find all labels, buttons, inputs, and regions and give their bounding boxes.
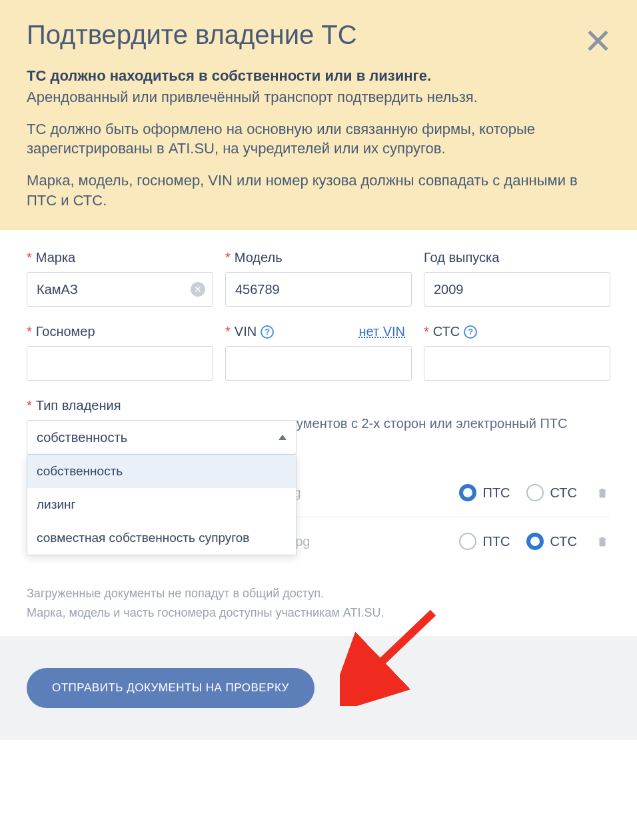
- label-ownership: Тип владения: [36, 398, 121, 413]
- radio-pts-label: ПТС: [483, 534, 510, 549]
- trash-icon[interactable]: [594, 485, 610, 501]
- label-vin: VIN: [235, 324, 257, 339]
- radio-pts-file1[interactable]: [459, 484, 476, 501]
- radio-sts-file1[interactable]: [526, 484, 544, 501]
- ownership-option-leasing[interactable]: лизинг: [27, 488, 296, 521]
- label-model: Модель: [235, 250, 283, 265]
- model-input[interactable]: [225, 272, 412, 307]
- label-year: Год выпуска: [424, 250, 499, 265]
- close-icon[interactable]: [585, 28, 610, 53]
- fine-print-line2: Марка, модель и часть госномера доступны…: [27, 603, 610, 623]
- trash-icon[interactable]: [594, 533, 610, 549]
- sts-input[interactable]: [424, 346, 610, 381]
- radio-sts-file2[interactable]: [526, 533, 544, 550]
- help-sts-icon[interactable]: ?: [464, 325, 477, 339]
- header-desc-2: ТС должно быть оформлено на основную или…: [27, 119, 610, 159]
- gosnomer-input[interactable]: [27, 346, 213, 381]
- ownership-dropdown: собственность лизинг совместная собствен…: [27, 455, 297, 555]
- form-section: * Марка ✕ * Модель Год выпуска *: [0, 230, 637, 636]
- label-brand: Марка: [36, 250, 75, 265]
- help-vin-icon[interactable]: ?: [261, 325, 274, 339]
- ownership-option-joint[interactable]: совместная собственность супругов: [27, 521, 296, 555]
- required-star-icon: *: [225, 250, 231, 265]
- radio-pts-label: ПТС: [483, 485, 510, 501]
- header-desc-1: Арендованный или привлечённый транспорт …: [27, 87, 610, 107]
- label-sts: СТС: [433, 324, 460, 339]
- clear-brand-icon[interactable]: ✕: [191, 282, 205, 297]
- radio-pts-file2[interactable]: [459, 533, 476, 550]
- required-star-icon: *: [225, 324, 231, 339]
- ownership-option-own[interactable]: собственность: [27, 455, 296, 488]
- required-star-icon: *: [27, 324, 32, 339]
- year-input[interactable]: [424, 272, 610, 307]
- vin-input[interactable]: [225, 346, 412, 381]
- required-star-icon: *: [424, 324, 429, 339]
- required-star-icon: *: [27, 250, 32, 265]
- radio-sts-label: СТС: [550, 534, 577, 549]
- header-desc-bold: ТС должно находиться в собственности или…: [27, 67, 610, 85]
- modal-footer: ОТПРАВИТЬ ДОКУМЕНТЫ НА ПРОВЕРКУ: [0, 636, 637, 740]
- no-vin-link[interactable]: нет VIN: [358, 324, 405, 339]
- chevron-up-icon: [279, 435, 287, 440]
- modal-header: Подтвердите владение ТС ТС должно находи…: [0, 0, 637, 230]
- header-desc-3: Марка, модель, госномер, VIN или номер к…: [27, 171, 610, 210]
- label-gosnomer: Госномер: [36, 324, 95, 339]
- submit-button[interactable]: ОТПРАВИТЬ ДОКУМЕНТЫ НА ПРОВЕРКУ: [27, 668, 315, 708]
- fine-print-line1: Загруженные документы не попадут в общий…: [27, 584, 610, 603]
- brand-input[interactable]: [27, 272, 213, 307]
- annotation-arrow-icon: [340, 599, 446, 706]
- required-star-icon: *: [27, 398, 32, 413]
- radio-sts-label: СТС: [550, 485, 577, 501]
- ownership-selected-value: собственность: [37, 430, 127, 445]
- modal-title: Подтвердите владение ТС: [27, 20, 610, 50]
- ownership-select[interactable]: собственность: [27, 420, 297, 455]
- svg-line-0: [360, 613, 433, 683]
- fine-print: Загруженные документы не попадут в общий…: [27, 584, 610, 623]
